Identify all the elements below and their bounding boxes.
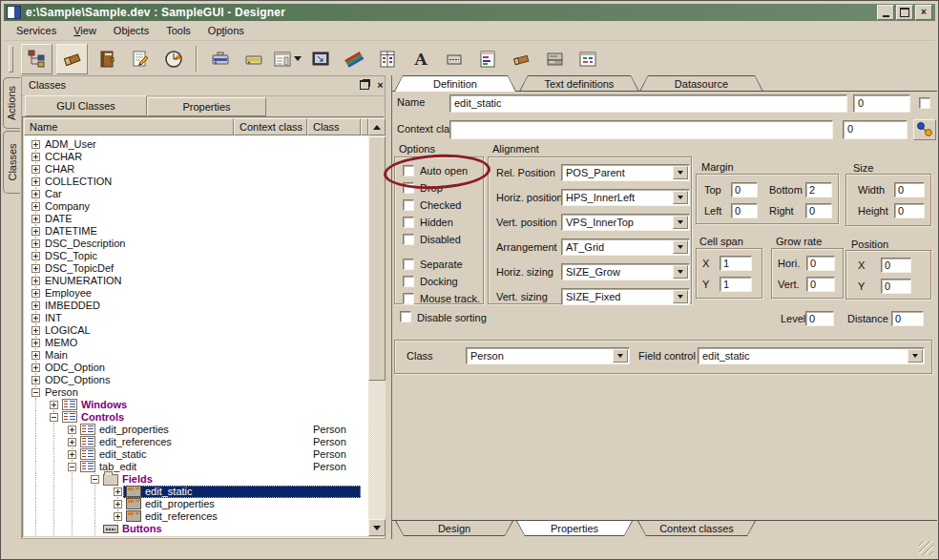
distance-input[interactable]: 0 — [891, 311, 924, 326]
drive-blue-button[interactable] — [205, 45, 235, 73]
width-input[interactable]: 0 — [894, 182, 925, 197]
expand-box[interactable] — [31, 227, 40, 236]
dropdown-button[interactable] — [673, 290, 688, 303]
expand-box[interactable] — [31, 314, 40, 322]
checkbox-checked[interactable] — [403, 199, 414, 211]
tab-design[interactable]: Design — [395, 521, 513, 536]
tree-row-dsc-description[interactable]: DSC_Description — [24, 238, 368, 250]
scroll-up-button[interactable] — [368, 118, 386, 135]
tree-row-tab-edit[interactable]: tab_editPerson — [24, 461, 368, 473]
form-combo-button[interactable] — [272, 45, 302, 73]
tree-row-car[interactable]: Car — [24, 188, 368, 200]
checkbox-drop[interactable] — [403, 182, 414, 194]
tree-row-edit-static[interactable]: edit_static — [24, 486, 368, 498]
tree-row-datetime[interactable]: DATETIME — [24, 225, 368, 238]
x-input[interactable]: 1 — [720, 256, 752, 271]
tree-row-cchar[interactable]: CCHAR — [24, 151, 368, 163]
font-button[interactable]: A — [406, 45, 435, 73]
drive-yellow-button[interactable] — [239, 45, 268, 73]
field-control-combo[interactable]: edit_static — [698, 347, 925, 364]
expand-box[interactable] — [68, 425, 76, 434]
tab-context-classes[interactable]: Context classes — [637, 521, 756, 536]
dropdown-button[interactable] — [908, 349, 923, 363]
expand-box[interactable] — [114, 512, 122, 521]
dropdown-button[interactable] — [673, 191, 688, 204]
minimize-button[interactable] — [877, 5, 894, 20]
expand-box[interactable] — [31, 239, 40, 248]
tree-row-odc-option[interactable]: ODC_Option — [24, 362, 368, 374]
name-checkbox[interactable] — [919, 97, 930, 109]
tree-row-dsc-topicdef[interactable]: DSC_TopicDef — [24, 262, 368, 275]
tree-row-odc-options[interactable]: ODC_Options — [24, 374, 368, 386]
class-combo[interactable]: Person — [466, 347, 630, 364]
expand-box[interactable] — [31, 339, 40, 347]
menu-services[interactable]: Services — [8, 23, 65, 38]
menu-options[interactable]: Options — [199, 23, 253, 38]
tree-row-buttons[interactable]: Buttons — [24, 523, 368, 535]
expand-box[interactable] — [31, 190, 40, 198]
menu-tools[interactable]: Tools — [157, 23, 199, 38]
y-input[interactable]: 0 — [881, 279, 911, 294]
tab-properties-bottom[interactable]: Properties — [516, 521, 633, 536]
toolbar-grip[interactable] — [9, 46, 13, 73]
expand-box[interactable] — [50, 401, 58, 409]
collapse-box[interactable] — [68, 463, 76, 471]
float-panel-button[interactable] — [357, 78, 371, 92]
right-input[interactable]: 0 — [805, 203, 832, 218]
left-input[interactable]: 0 — [731, 203, 758, 218]
hori-input[interactable]: 0 — [806, 256, 835, 271]
close-button[interactable]: × — [915, 5, 932, 20]
expand-box[interactable] — [114, 500, 122, 508]
eraser-button[interactable] — [56, 44, 88, 74]
tree-row-int[interactable]: INT — [24, 312, 368, 324]
tree-row-memo[interactable]: MEMO — [24, 337, 368, 349]
tree-row-edit-properties[interactable]: edit_properties — [24, 498, 368, 510]
tree-row-collection[interactable]: COLLECTION — [24, 176, 368, 188]
tab-definition[interactable]: Definition — [394, 75, 516, 92]
vertical-tab-actions[interactable]: Actions — [3, 77, 20, 129]
expand-box[interactable] — [31, 215, 40, 223]
collapse-box[interactable] — [91, 475, 99, 484]
dropdown-button[interactable] — [673, 216, 688, 229]
tree-row-date[interactable]: DATE — [24, 213, 368, 225]
vert-position-combo[interactable]: VPS_InnerTop — [561, 214, 690, 231]
column-header-name[interactable]: Name — [24, 118, 234, 135]
expand-box[interactable] — [31, 277, 40, 285]
name-input[interactable]: edit_static — [449, 94, 847, 113]
tree-row-person[interactable]: Person — [24, 386, 368, 399]
vert-input[interactable]: 0 — [806, 277, 835, 292]
hierarchy-button[interactable] — [21, 44, 52, 74]
expand-box[interactable] — [68, 450, 76, 459]
dialog-grid-button[interactable] — [573, 45, 602, 73]
y-input[interactable]: 1 — [720, 277, 752, 292]
checkbox-disabled[interactable] — [403, 234, 414, 245]
horiz-sizing-combo[interactable]: SIZE_Grow — [561, 263, 690, 280]
splitter[interactable] — [386, 75, 392, 539]
checkbox-auto-open[interactable] — [403, 165, 414, 176]
tree-row-company[interactable]: Company — [24, 200, 368, 213]
expand-box[interactable] — [114, 487, 122, 496]
name-number-input[interactable]: 0 — [853, 94, 910, 113]
tree-row-edit-references[interactable]: edit_referencesPerson — [24, 436, 368, 448]
resize-grip[interactable] — [919, 541, 933, 555]
expand-box[interactable] — [31, 202, 40, 211]
disable-sorting-checkbox[interactable] — [400, 311, 411, 322]
expand-box[interactable] — [31, 376, 40, 384]
tree-row-employee[interactable]: Employee — [24, 287, 368, 300]
menu-objects[interactable]: Objects — [105, 23, 157, 38]
top-input[interactable]: 0 — [731, 182, 758, 197]
tree-row-adm-user[interactable]: ADM_User — [24, 138, 368, 151]
expand-box[interactable] — [31, 153, 40, 161]
book-button[interactable] — [92, 45, 121, 73]
tree-scrollbar[interactable] — [368, 118, 386, 536]
dropdown-button[interactable] — [673, 265, 688, 279]
scroll-thumb[interactable] — [368, 136, 386, 381]
maximize-button[interactable] — [896, 5, 913, 20]
tab-datasource[interactable]: Datasource — [639, 75, 763, 92]
tree-row-windows[interactable]: Windows — [24, 399, 368, 411]
context-number-input[interactable]: 0 — [843, 120, 908, 139]
rel-position-combo[interactable]: POS_Parent — [561, 164, 690, 181]
tab-text-definitions[interactable]: Text definitions — [519, 75, 639, 92]
mini-button-button[interactable] — [439, 45, 469, 73]
expand-box[interactable] — [31, 351, 40, 360]
